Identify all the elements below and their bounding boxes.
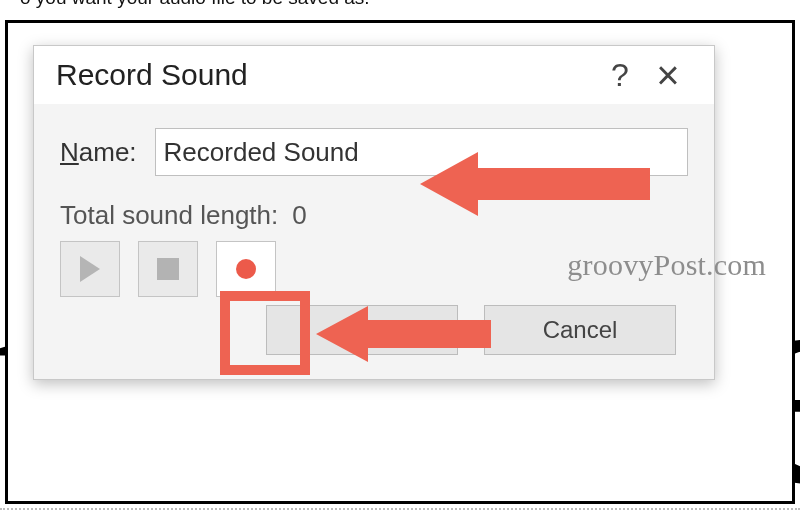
total-length-row: Total sound length: 0 [60, 200, 688, 231]
total-length-value: 0 [292, 200, 306, 231]
dialog-footer: OK Cancel [60, 305, 688, 365]
help-button[interactable]: ? [596, 57, 644, 94]
background-text: o you want your audio file to be saved a… [20, 0, 370, 9]
record-sound-dialog: Record Sound ? × Name: Total sound lengt… [33, 45, 715, 380]
dialog-title: Record Sound [56, 58, 596, 92]
close-button[interactable]: × [644, 60, 692, 90]
name-input[interactable] [155, 128, 688, 176]
name-label: Name: [60, 137, 137, 168]
ok-button[interactable]: OK [266, 305, 458, 355]
stop-icon [157, 258, 179, 280]
dialog-titlebar: Record Sound ? × [34, 46, 714, 104]
play-icon [80, 256, 100, 282]
play-button[interactable] [60, 241, 120, 297]
watermark-text: groovyPost.com [567, 248, 766, 282]
record-button[interactable] [216, 241, 276, 297]
total-length-label: Total sound length: [60, 200, 278, 231]
cancel-button[interactable]: Cancel [484, 305, 676, 355]
bottom-divider [0, 508, 800, 510]
dialog-body: Name: Total sound length: 0 OK Cancel [34, 104, 714, 379]
name-row: Name: [60, 128, 688, 176]
stop-button[interactable] [138, 241, 198, 297]
record-icon [236, 259, 256, 279]
